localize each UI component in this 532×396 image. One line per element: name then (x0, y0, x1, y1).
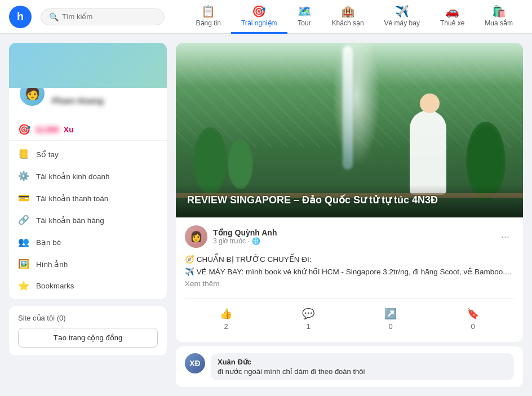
khach-san-icon: 🏨 (341, 5, 355, 18)
post-line2: ✈️ VÉ MÁY BAY: mình book vé khứ hồi HCM … (185, 268, 511, 276)
trai-nghiem-label: Trải nghiệm (241, 19, 277, 27)
post-line1: 🧭 CHUẨN BỊ TRƯỚC CHUYẾN ĐI: (185, 253, 514, 266)
khach-san-label: Khách sạn (332, 19, 364, 27)
tai-khoan-thanh-toan-label: Tài khoản thanh toán (36, 194, 108, 203)
share-action-button[interactable]: ↗️ 0 (349, 304, 432, 334)
author-avatar: 👩 (185, 225, 207, 248)
create-community-button[interactable]: Tạo trang cộng đồng (18, 328, 158, 348)
globe-icon: 🌐 (252, 237, 260, 245)
nav-items: 📋 Bảng tin🎯 Trải nghiệm🗺️ Tour🏨 Khách sạ… (186, 0, 523, 34)
profile-cover (9, 43, 167, 88)
thue-xe-label: Thuê xe (440, 19, 464, 27)
author-meta: 3 giờ trước · 🌐 (213, 237, 491, 245)
thue-xe-icon: 🚗 (445, 5, 459, 18)
top-nav: h 🔍 📋 Bảng tin🎯 Trải nghiệm🗺️ Tour🏨 Khác… (0, 0, 532, 34)
site-title: Site của tôi (0) (18, 314, 158, 322)
tour-icon: 🗺️ (298, 5, 312, 18)
hero-overlay: REVIEW SINGAPORE – Đảo Quốc Sư tử tự túc… (176, 185, 523, 217)
tai-khoan-thanh-toan-icon: 💳 (18, 193, 29, 203)
sidebar-item-so-tay[interactable]: 📒 Sổ tay (9, 143, 167, 165)
comment-avatar: XĐ (185, 353, 205, 373)
ve-may-bay-label: Vé máy bay (384, 19, 420, 27)
post-text: 🧭 CHUẨN BỊ TRƯỚC CHUYẾN ĐI: ✈️ VÉ MÁY BA… (185, 253, 514, 290)
post-time: 3 giờ trước (213, 237, 246, 245)
xu-amount: 12,500 (35, 125, 59, 134)
tai-khoan-ban-hang-icon: 🔗 (18, 215, 29, 225)
mua-sam-label: Mua sắm (485, 19, 513, 27)
author-name: Tổng Quỳnh Anh (213, 228, 491, 237)
share-icon: ↗️ (384, 308, 397, 320)
sidebar-item-hinh-anh[interactable]: 🖼️ Hình ảnh (9, 253, 167, 275)
trai-nghiem-icon: 🎯 (252, 5, 266, 18)
nav-item-bang-tin[interactable]: 📋 Bảng tin (186, 0, 231, 34)
search-icon: 🔍 (49, 12, 59, 21)
save-count: 0 (471, 322, 475, 331)
save-icon: 🔖 (467, 308, 479, 320)
xu-label: Xu (64, 125, 74, 134)
comment-author: Xuân Đức (218, 358, 507, 366)
post-body: 👩 Tổng Quỳnh Anh 3 giờ trước · 🌐 ··· 🧭 C… (176, 217, 523, 342)
bookmarks-icon: ⭐ (18, 281, 29, 291)
nav-item-thue-xe[interactable]: 🚗 Thuê xe (430, 0, 475, 34)
nav-item-khach-san[interactable]: 🏨 Khách sạn (322, 0, 374, 34)
comment-count: 1 (306, 322, 310, 331)
save-action-button[interactable]: 🔖 0 (432, 304, 514, 334)
ban-be-icon: 👥 (18, 237, 29, 247)
nav-item-trai-nghiem[interactable]: 🎯 Trải nghiệm (231, 0, 287, 34)
sidebar-item-tai-khoan-thanh-toan[interactable]: 💳 Tài khoản thanh toán (9, 187, 167, 209)
bookmarks-label: Bookmarks (36, 282, 74, 290)
sidebar-menu: 📒 Sổ tay⚙️ Tài khoản kinh doanh💳 Tài kho… (9, 141, 167, 299)
profile-info: 🧑 Pham Hoang (9, 88, 167, 119)
tour-label: Tour (298, 19, 311, 27)
comment-text: đi nước ngoài mình chỉ dám đi theo đoàn … (218, 367, 507, 376)
hinh-anh-label: Hình ảnh (36, 260, 68, 269)
logo[interactable]: h (9, 6, 32, 28)
bang-tin-label: Bảng tin (196, 19, 221, 27)
author-info: Tổng Quỳnh Anh 3 giờ trước · 🌐 (213, 228, 491, 245)
comment-section: XĐ Xuân Đức đi nước ngoài mình chỉ dám đ… (176, 346, 523, 387)
hinh-anh-icon: 🖼️ (18, 259, 29, 269)
sidebar-item-bookmarks[interactable]: ⭐ Bookmarks (9, 275, 167, 297)
search-input[interactable] (62, 12, 152, 21)
ban-be-label: Bạn bè (36, 238, 61, 247)
see-more-button[interactable]: Xem thêm (185, 279, 220, 288)
sidebar-item-tai-khoan-ban-hang[interactable]: 🔗 Tài khoản bán hàng (9, 209, 167, 231)
tai-khoan-ban-hang-label: Tài khoản bán hàng (36, 216, 104, 225)
share-count: 0 (388, 322, 392, 331)
ve-may-bay-icon: ✈️ (395, 5, 409, 18)
sidebar: 🧑 Pham Hoang 🎯 12,500 Xu 📒 Sổ tay⚙️ Tài … (9, 43, 167, 387)
comment-row: XĐ Xuân Đức đi nước ngoài mình chỉ dám đ… (185, 353, 514, 380)
post-actions: 👍 2💬 1↗️ 0🔖 0 (185, 298, 514, 334)
bang-tin-icon: 📋 (201, 5, 215, 18)
main-layout: 🧑 Pham Hoang 🎯 12,500 Xu 📒 Sổ tay⚙️ Tài … (0, 34, 532, 396)
post-author-row: 👩 Tổng Quỳnh Anh 3 giờ trước · 🌐 ··· (185, 225, 514, 248)
tai-khoan-kinh-doanh-icon: ⚙️ (18, 171, 29, 181)
xu-icon: 🎯 (18, 123, 30, 136)
more-options-button[interactable]: ··· (496, 229, 514, 245)
profile-name: Pham Hoang (52, 96, 104, 105)
tai-khoan-kinh-doanh-label: Tài khoản kinh doanh (36, 172, 110, 181)
so-tay-label: Sổ tay (36, 150, 59, 159)
search-bar[interactable]: 🔍 (41, 8, 165, 25)
comment-bubble: Xuân Đức đi nước ngoài mình chỉ dám đi t… (211, 353, 514, 380)
post-card: REVIEW SINGAPORE – Đảo Quốc Sư tử tự túc… (176, 43, 523, 342)
hero-title: REVIEW SINGAPORE – Đảo Quốc Sư tử tự túc… (187, 194, 512, 206)
xu-row: 🎯 12,500 Xu (9, 119, 167, 141)
profile-card: 🧑 Pham Hoang 🎯 12,500 Xu 📒 Sổ tay⚙️ Tài … (9, 43, 167, 299)
nav-item-mua-sam[interactable]: 🛍️ Mua sắm (475, 0, 523, 34)
comment-action-button[interactable]: 💬 1 (267, 304, 349, 334)
site-section: Site của tôi (0) Tạo trang cộng đồng (9, 306, 167, 355)
like-count: 2 (224, 322, 228, 331)
nav-item-ve-may-bay[interactable]: ✈️ Vé máy bay (374, 0, 430, 34)
like-icon: 👍 (220, 308, 232, 320)
so-tay-icon: 📒 (18, 149, 29, 159)
sidebar-item-tai-khoan-kinh-doanh[interactable]: ⚙️ Tài khoản kinh doanh (9, 165, 167, 187)
nav-item-tour[interactable]: 🗺️ Tour (287, 0, 322, 34)
post-hero: REVIEW SINGAPORE – Đảo Quốc Sư tử tự túc… (176, 43, 523, 217)
dot-separator: · (248, 237, 250, 245)
mua-sam-icon: 🛍️ (492, 5, 506, 18)
like-action-button[interactable]: 👍 2 (185, 304, 267, 334)
comment-icon: 💬 (302, 308, 314, 320)
feed: REVIEW SINGAPORE – Đảo Quốc Sư tử tự túc… (176, 43, 523, 387)
sidebar-item-ban-be[interactable]: 👥 Bạn bè (9, 231, 167, 253)
